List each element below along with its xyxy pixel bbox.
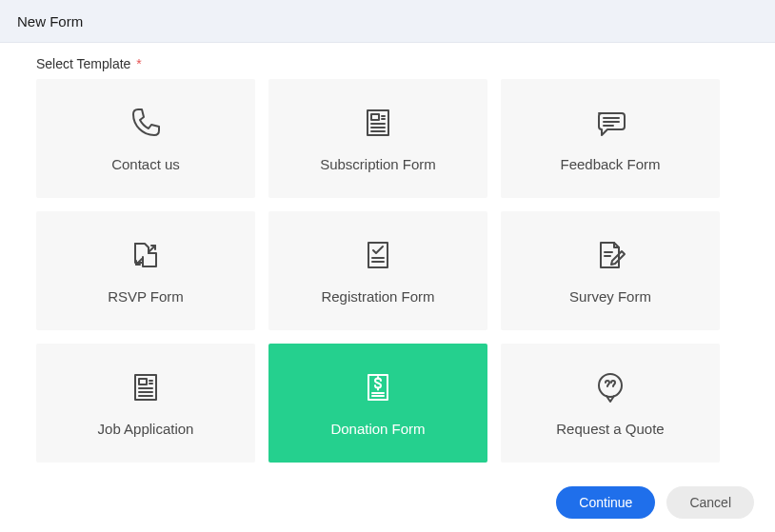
template-card-job-application[interactable]: Job Application xyxy=(36,344,255,463)
template-card-donation-form[interactable]: Donation Form xyxy=(268,344,487,463)
template-label: Feedback Form xyxy=(560,156,660,172)
template-card-feedback-form[interactable]: Feedback Form xyxy=(501,79,720,198)
template-card-subscription-form[interactable]: Subscription Form xyxy=(268,79,487,198)
select-template-label: Select Template * xyxy=(36,56,758,71)
svg-point-27 xyxy=(599,374,622,397)
quote-bubble-icon xyxy=(593,369,627,405)
template-label: Registration Form xyxy=(321,288,434,305)
modal-header: New Form xyxy=(0,0,775,43)
template-card-contact-us[interactable]: Contact us xyxy=(36,79,255,198)
template-label: Contact us xyxy=(111,156,180,172)
newspaper-icon xyxy=(361,105,395,141)
template-label: Request a Quote xyxy=(556,421,664,437)
modal-footer: Continue Cancel xyxy=(556,486,754,519)
svg-rect-16 xyxy=(139,379,147,384)
template-label: Subscription Form xyxy=(320,156,436,172)
template-label: Donation Form xyxy=(330,421,425,437)
file-pencil-icon xyxy=(593,237,627,273)
template-card-survey-form[interactable]: Survey Form xyxy=(501,211,720,330)
svg-rect-1 xyxy=(371,114,379,120)
file-check-icon xyxy=(361,237,395,273)
modal-title: New Form xyxy=(17,13,758,30)
continue-button[interactable]: Continue xyxy=(556,486,655,519)
speech-bubble-icon xyxy=(593,105,627,141)
cancel-button[interactable]: Cancel xyxy=(666,486,754,519)
template-card-request-a-quote[interactable]: Request a Quote xyxy=(501,344,720,463)
template-label: Job Application xyxy=(98,421,194,437)
svg-rect-10 xyxy=(368,243,388,267)
template-grid: Contact us Subscription Form xyxy=(36,79,758,463)
section-label-text: Select Template xyxy=(36,56,130,71)
file-transfer-icon xyxy=(129,237,163,273)
required-asterisk: * xyxy=(136,56,141,71)
modal-content: Select Template * Contact us xyxy=(0,43,775,463)
newspaper-icon xyxy=(129,369,163,405)
template-label: Survey Form xyxy=(569,288,651,305)
phone-icon xyxy=(129,105,163,141)
template-card-rsvp-form[interactable]: RSVP Form xyxy=(36,211,255,330)
template-card-registration-form[interactable]: Registration Form xyxy=(268,211,487,330)
file-dollar-icon xyxy=(361,369,395,405)
template-label: RSVP Form xyxy=(108,288,184,305)
